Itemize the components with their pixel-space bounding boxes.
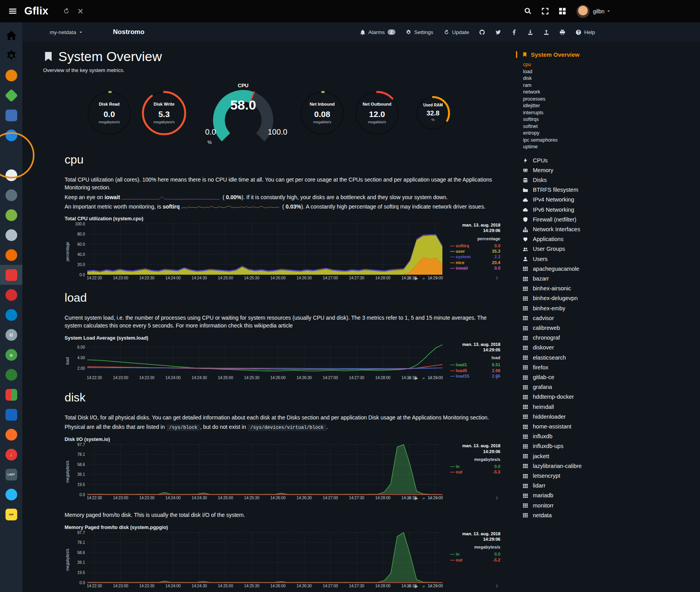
- chart-resize-handle[interactable]: ↕: [496, 583, 498, 588]
- legend-out[interactable]: — out-5.2: [450, 557, 500, 563]
- menu-sub-network[interactable]: network: [523, 89, 697, 96]
- legend-load15[interactable]: — load152.06: [450, 373, 500, 379]
- legend-out[interactable]: — out-5.3: [450, 469, 500, 475]
- menu-sub-uptime[interactable]: uptime: [523, 144, 697, 151]
- menu-sub-softnet[interactable]: softnet: [523, 123, 697, 130]
- gauge-disk-write[interactable]: Disk Write 5.3 megabytes/s: [141, 90, 187, 136]
- skip-backward-button[interactable]: «: [408, 584, 410, 588]
- zoom-out-button[interactable]: −: [436, 584, 438, 588]
- menu-app-binhex-airsonic[interactable]: binhex-airsonic: [522, 284, 697, 293]
- menu-sub-interrupts[interactable]: interrupts: [523, 110, 697, 117]
- apps-grid-icon[interactable]: [555, 4, 569, 18]
- chart-resize-handle[interactable]: ↕: [496, 495, 498, 500]
- menu-btrfs-filesystem[interactable]: BTRFS filesystem: [522, 185, 697, 195]
- legend-load5[interactable]: — load52.68: [450, 368, 500, 373]
- menu-app-influxdb-ups[interactable]: influxdb-ups: [522, 441, 697, 451]
- load-chart-canvas[interactable]: 6.004.002.0014:22:3014:23:0014:23:3014:2…: [70, 342, 445, 381]
- sidebar-app-search-ring[interactable]: [0, 145, 22, 165]
- sidebar-app-pills[interactable]: [0, 385, 22, 405]
- sidebar-settings[interactable]: [0, 45, 22, 65]
- menu-sub-ipc-semaphores[interactable]: ipc semaphores: [523, 137, 697, 144]
- sidebar-app-red-shield[interactable]: [0, 265, 22, 285]
- close-icon[interactable]: [74, 4, 88, 18]
- help-button[interactable]: Help: [576, 29, 595, 35]
- alarms-button[interactable]: Alarms 2: [360, 29, 395, 35]
- menu-app-grafana[interactable]: grafana: [522, 382, 697, 392]
- host-selector[interactable]: my-netdata: [50, 29, 83, 35]
- menu-app-netdata[interactable]: netdata: [522, 511, 697, 520]
- menu-app-elasticsearch[interactable]: elasticsearch: [522, 353, 697, 363]
- sidebar-app-orange-gear[interactable]: [0, 245, 22, 265]
- play-button[interactable]: ▶: [415, 376, 418, 380]
- menu-app-chronograf[interactable]: chronograf: [522, 333, 697, 343]
- sidebar-app-sab[interactable]: sab: [0, 504, 22, 524]
- facebook-button[interactable]: [511, 29, 517, 35]
- menu-cpus[interactable]: CPUs: [522, 156, 697, 166]
- sidebar-app-orange[interactable]: [0, 65, 22, 85]
- zoom-out-button[interactable]: −: [436, 276, 438, 281]
- sidebar-app-kodi[interactable]: [0, 185, 22, 205]
- legend-iowait[interactable]: — iowait0.0: [450, 265, 500, 271]
- chart-resize-handle[interactable]: ↕: [496, 375, 498, 380]
- sidebar-app-drop[interactable]: [0, 484, 22, 504]
- sidebar-home[interactable]: [0, 25, 22, 45]
- menu-sub-softirqs[interactable]: softirqs: [523, 116, 697, 123]
- menu-sub-idlejitter[interactable]: idlejitter: [523, 103, 697, 110]
- fullscreen-icon[interactable]: [538, 4, 552, 18]
- sidebar-app-lazylibrarian[interactable]: LAZY: [0, 464, 22, 484]
- menu-app-firefox[interactable]: firefox: [522, 363, 697, 372]
- gauge-cpu[interactable]: CPU 58.0 0.0 100.0 %: [202, 83, 284, 143]
- play-button[interactable]: ▶: [415, 276, 418, 281]
- chart-resize-handle[interactable]: ↕: [496, 275, 498, 281]
- play-button[interactable]: ▶: [415, 584, 418, 588]
- skip-backward-button[interactable]: «: [408, 376, 410, 380]
- github-button[interactable]: [479, 29, 485, 35]
- gauge-used-ram[interactable]: Used RAM 32.8 %: [415, 95, 451, 131]
- zoom-in-button[interactable]: +: [429, 584, 431, 588]
- sidebar-app-nextcloud[interactable]: [0, 305, 22, 325]
- menu-applications[interactable]: Applications: [522, 234, 697, 244]
- skip-backward-button[interactable]: «: [408, 276, 410, 281]
- menu-app-apacheguacamole[interactable]: apacheguacamole: [522, 264, 697, 274]
- search-icon[interactable]: [521, 4, 535, 18]
- sidebar-app-heimdall[interactable]: [0, 405, 22, 425]
- skip-forward-button[interactable]: »: [422, 496, 425, 500]
- menu-sub-processes[interactable]: processes: [523, 96, 697, 103]
- menu-app-lidarr[interactable]: lidarr: [522, 481, 697, 491]
- menu-app-diskover[interactable]: diskover: [522, 343, 697, 353]
- menu-sub-cpu[interactable]: cpu: [523, 61, 697, 68]
- menu-user-groups[interactable]: User Groups: [522, 244, 697, 254]
- sidebar-app-red-arrow[interactable]: ↓: [0, 444, 22, 464]
- menu-sub-entropy[interactable]: entropy: [523, 130, 697, 137]
- menu-system-overview[interactable]: System Overview: [516, 51, 697, 58]
- wikipedia-link[interactable]: wikipedia article: [254, 322, 293, 329]
- sidebar-app-grey-u[interactable]: U: [0, 325, 22, 345]
- menu-app-binhex-delugevpn[interactable]: binhex-delugevpn: [522, 293, 697, 303]
- legend-load1[interactable]: — load16.51: [450, 362, 500, 367]
- menu-memory[interactable]: Memory: [522, 166, 697, 175]
- legend-softirq[interactable]: — softirq0.0: [450, 243, 500, 248]
- play-button[interactable]: ▶: [415, 496, 418, 500]
- user-avatar[interactable]: [576, 5, 590, 18]
- menu-ipv4-networking[interactable]: IPv4 Networking: [522, 195, 697, 205]
- menu-app-monitorr[interactable]: monitorr: [522, 501, 697, 511]
- menu-app-heimdall[interactable]: heimdall: [522, 402, 697, 412]
- gauge-disk-read[interactable]: Disk Read 0.0 megabytes/s: [86, 90, 132, 136]
- menu-disks[interactable]: Disks: [522, 175, 697, 185]
- skip-forward-button[interactable]: »: [422, 276, 425, 281]
- legend-in[interactable]: — in0.0: [450, 551, 500, 557]
- legend-nice[interactable]: — nice20.4: [450, 260, 500, 265]
- twitter-button[interactable]: [495, 29, 501, 35]
- gauge-net-outbound[interactable]: Net Outbound 12.0 megabits/s: [354, 90, 400, 136]
- skip-forward-button[interactable]: »: [422, 376, 425, 380]
- refresh-icon[interactable]: [60, 4, 74, 18]
- menu-app-jackett[interactable]: jackett: [522, 452, 697, 461]
- menu-app-hddtemp-docker[interactable]: hddtemp-docker: [522, 392, 697, 402]
- sidebar-app-pinwheel[interactable]: [0, 285, 22, 305]
- skip-forward-button[interactable]: »: [422, 584, 425, 588]
- menu-app-mariadb[interactable]: mariadb: [522, 491, 697, 500]
- menu-app-gitlab-ce[interactable]: gitlab-ce: [522, 372, 697, 382]
- skip-backward-button[interactable]: «: [408, 496, 410, 500]
- sidebar-app-green-bolt[interactable]: [0, 205, 22, 225]
- sidebar-app-stack[interactable]: [0, 105, 22, 125]
